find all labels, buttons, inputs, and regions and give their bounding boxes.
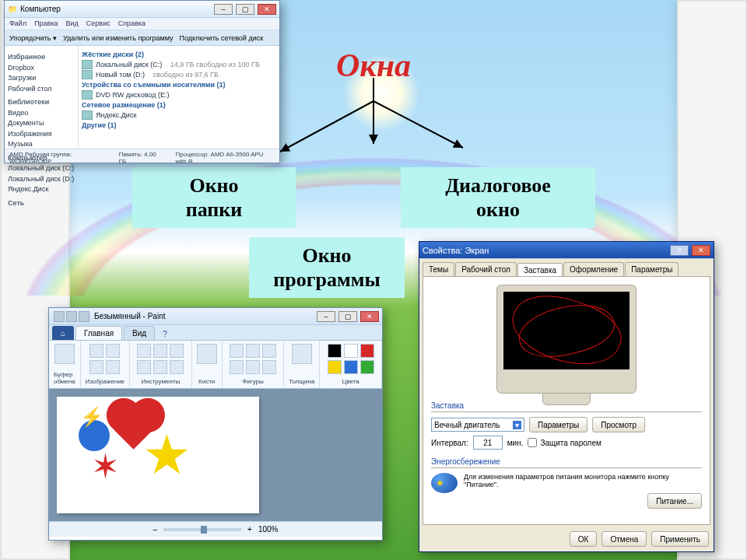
shape-icon[interactable] bbox=[230, 344, 244, 358]
color-swatch[interactable] bbox=[328, 360, 342, 374]
picker-icon[interactable] bbox=[153, 360, 167, 374]
nav-item[interactable]: Видео bbox=[8, 108, 75, 119]
shape-icon[interactable] bbox=[246, 344, 260, 358]
zoom-in-button[interactable]: + bbox=[247, 525, 252, 534]
branch-arrows bbox=[265, 78, 482, 163]
explorer-titlebar[interactable]: 📁 Компьютер – ▢ ✕ bbox=[5, 1, 279, 18]
power-text: Для изменения параметров питания монитор… bbox=[464, 473, 702, 488]
paint-titlebar[interactable]: Безымянный - Paint – ▢ ✕ bbox=[49, 308, 382, 325]
qat-save-icon[interactable] bbox=[54, 311, 65, 322]
tab-view[interactable]: Вид bbox=[124, 326, 155, 340]
color-swatch[interactable] bbox=[344, 344, 358, 358]
interval-spinner[interactable] bbox=[473, 436, 503, 450]
nav-item[interactable]: Музыка bbox=[8, 139, 75, 150]
menu-file[interactable]: Файл bbox=[9, 19, 26, 28]
crop-icon[interactable] bbox=[106, 344, 120, 358]
menu-edit[interactable]: Правка bbox=[34, 19, 58, 28]
nav-item[interactable]: Локальный диск (C:) bbox=[8, 163, 75, 174]
screensaver-select[interactable]: Вечный двигатель ▾ bbox=[431, 418, 524, 432]
screensaver-preview-button[interactable]: Просмотр bbox=[592, 417, 645, 432]
drive-item[interactable]: DVD RW дисковод (E:) bbox=[82, 90, 276, 100]
concept-program-window: Окно программы bbox=[249, 237, 405, 298]
tab-settings[interactable]: Параметры bbox=[625, 262, 679, 276]
quick-access-toolbar bbox=[52, 310, 91, 324]
maximize-button[interactable]: ▢ bbox=[338, 311, 357, 322]
resize-icon[interactable] bbox=[89, 360, 103, 374]
size-icon[interactable] bbox=[292, 344, 312, 364]
ribbon-group-shapes: Фигуры bbox=[223, 341, 285, 388]
color-swatch[interactable] bbox=[328, 344, 342, 358]
paste-icon[interactable] bbox=[54, 344, 75, 364]
zoom-icon[interactable] bbox=[170, 360, 184, 374]
organize-button[interactable]: Упорядочить ▾ bbox=[9, 34, 57, 42]
tab-file[interactable]: ⌂ bbox=[52, 326, 74, 340]
password-protect-checkbox[interactable]: Защита паролем bbox=[528, 438, 601, 447]
eraser-icon[interactable] bbox=[137, 360, 151, 374]
uninstall-button[interactable]: Удалить или изменить программу bbox=[63, 34, 173, 42]
nav-item[interactable]: Яндекс.Диск bbox=[8, 184, 75, 195]
menu-view[interactable]: Вид bbox=[66, 19, 79, 28]
shape-icon[interactable] bbox=[262, 344, 276, 358]
qat-redo-icon[interactable] bbox=[79, 311, 89, 322]
nav-item[interactable]: Dropbox bbox=[8, 63, 75, 74]
menu-tools[interactable]: Сервис bbox=[86, 19, 110, 28]
nav-item[interactable]: Локальный диск (D:) bbox=[8, 174, 75, 185]
shape-icon[interactable] bbox=[246, 360, 260, 374]
close-button[interactable]: ✕ bbox=[360, 311, 379, 322]
zoom-level: 100% bbox=[258, 525, 279, 534]
tab-appearance[interactable]: Оформление bbox=[563, 262, 624, 276]
minimize-button[interactable]: – bbox=[317, 311, 335, 322]
drive-item[interactable]: Новый том (D:) свободно из 97,6 ГБ bbox=[82, 70, 276, 79]
ok-button[interactable]: ОК bbox=[570, 531, 598, 547]
minimize-button[interactable]: – bbox=[214, 4, 233, 15]
brush-icon[interactable] bbox=[197, 344, 217, 364]
tab-screensaver[interactable]: Заставка bbox=[517, 263, 563, 277]
drive-item[interactable]: Локальный диск (C:) 14,9 ГБ свободно из … bbox=[82, 60, 276, 69]
help-icon[interactable]: ? bbox=[158, 328, 172, 340]
nav-item[interactable]: Документы bbox=[8, 118, 75, 129]
help-button[interactable]: ? bbox=[670, 245, 689, 256]
nav-item[interactable]: Загрузки bbox=[8, 73, 75, 84]
qat-undo-icon[interactable] bbox=[66, 311, 77, 322]
zoom-slider[interactable] bbox=[163, 528, 241, 531]
color-swatch[interactable] bbox=[344, 360, 358, 374]
shape-icon[interactable] bbox=[262, 360, 276, 374]
group-other: Другие (1) bbox=[82, 121, 276, 129]
menu-help[interactable]: Справка bbox=[118, 19, 146, 28]
connect-drive-button[interactable]: Подключить сетевой диск bbox=[180, 34, 264, 42]
drive-icon bbox=[82, 60, 93, 69]
shape-icon[interactable] bbox=[230, 360, 244, 374]
netdrive-icon bbox=[82, 110, 93, 120]
nav-item[interactable]: Изображения bbox=[8, 129, 75, 140]
drive-icon bbox=[82, 70, 93, 79]
nav-libraries[interactable]: Библиотеки bbox=[8, 97, 75, 108]
fill-icon[interactable] bbox=[153, 344, 167, 358]
power-button[interactable]: Питание... bbox=[647, 493, 702, 509]
dialog-titlebar[interactable]: Свойства: Экран ? ✕ bbox=[419, 242, 714, 259]
nav-item[interactable]: Рабочий стол bbox=[8, 84, 75, 95]
dialog-panel: Заставка Вечный двигатель ▾ Параметры Пр… bbox=[423, 276, 710, 525]
color-swatch[interactable] bbox=[360, 360, 374, 374]
apply-button[interactable]: Применить bbox=[651, 531, 709, 547]
color-swatch[interactable] bbox=[360, 344, 374, 358]
canvas-star-shape: ✶ bbox=[91, 450, 120, 484]
nav-network[interactable]: Сеть bbox=[8, 198, 75, 209]
close-button[interactable]: ✕ bbox=[692, 245, 710, 256]
tab-themes[interactable]: Темы bbox=[423, 262, 454, 276]
rotate-icon[interactable] bbox=[106, 360, 120, 374]
tab-home[interactable]: Главная bbox=[75, 326, 122, 340]
screensaver-params-button[interactable]: Параметры bbox=[529, 417, 587, 432]
maximize-button[interactable]: ▢ bbox=[236, 4, 254, 15]
pencil-icon[interactable] bbox=[137, 344, 151, 358]
drive-item[interactable]: Яндекс.Диск bbox=[82, 110, 276, 120]
paint-canvas[interactable]: ⚡ ★ ✶ bbox=[57, 397, 259, 513]
tab-desktop[interactable]: Рабочий стол bbox=[455, 262, 517, 276]
text-icon[interactable] bbox=[170, 344, 184, 358]
nav-favorites[interactable]: Избранное bbox=[8, 52, 75, 63]
close-button[interactable]: ✕ bbox=[258, 4, 276, 15]
select-icon[interactable] bbox=[89, 344, 103, 358]
zoom-out-button[interactable]: – bbox=[153, 525, 158, 534]
concept-folder-window: Окно папки bbox=[132, 167, 296, 228]
group-hdd: Жёсткие диски (2) bbox=[82, 51, 276, 58]
cancel-button[interactable]: Отмена bbox=[601, 531, 647, 547]
